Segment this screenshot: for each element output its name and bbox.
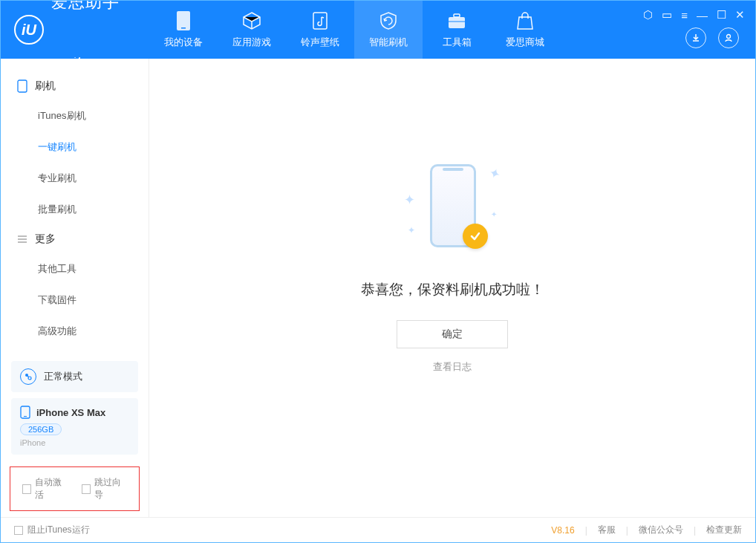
svg-rect-3: [449, 17, 465, 28]
tab-apps[interactable]: 应用游戏: [218, 1, 286, 59]
main-content: ✦ ✦ ✦ ✦ 恭喜您，保资料刷机成功啦！ 确定 查看日志: [149, 59, 755, 517]
header: iU 爱思助手 www.i4.cn 我的设备 应用游戏 铃声壁纸 智能刷机: [1, 1, 755, 59]
svg-rect-2: [313, 13, 327, 29]
version-label: V8.16: [551, 525, 574, 536]
note-icon[interactable]: ▭: [662, 8, 672, 22]
update-link[interactable]: 检查更新: [706, 524, 742, 536]
stop-itunes-checkbox[interactable]: 阻止iTunes运行: [14, 524, 90, 536]
svg-rect-15: [24, 416, 27, 417]
body: 刷机 iTunes刷机 一键刷机 专业刷机 批量刷机 更多 其他工具 下载固件 …: [1, 59, 755, 517]
list-icon: [17, 234, 27, 244]
sidebar-item-batch[interactable]: 批量刷机: [1, 194, 149, 225]
mode-label: 正常模式: [44, 370, 82, 383]
sidebar-item-other[interactable]: 其他工具: [1, 253, 149, 284]
sparkle-icon: ✦: [408, 225, 415, 235]
sidebar-item-download[interactable]: 下载固件: [1, 284, 149, 316]
sparkle-icon: ✦: [487, 164, 504, 183]
device-type: iPhone: [20, 438, 129, 447]
app-url: www.i4.cn: [51, 56, 120, 66]
logo: iU 爱思助手 www.i4.cn: [1, 0, 149, 66]
music-icon: [310, 10, 330, 31]
svg-rect-4: [454, 14, 460, 17]
window-controls: ⬡ ▭ ≡ — ☐ ✕: [643, 8, 745, 22]
sparkle-icon: ✦: [404, 192, 415, 208]
device-mode[interactable]: 正常模式: [11, 361, 138, 392]
device-name: iPhone XS Max: [36, 407, 105, 418]
briefcase-icon: [446, 10, 467, 31]
device-icon: [20, 406, 30, 419]
tab-flash[interactable]: 智能刷机: [354, 1, 423, 59]
menu-icon[interactable]: ≡: [681, 9, 688, 22]
app-name: 爱思助手: [51, 0, 120, 56]
device-capacity: 256GB: [20, 423, 62, 435]
app-window: iU 爱思助手 www.i4.cn 我的设备 应用游戏 铃声壁纸 智能刷机: [1, 1, 755, 542]
sidebar-group-more: 更多: [1, 225, 149, 253]
phone-icon: [173, 10, 194, 31]
refresh-shield-icon: [378, 10, 399, 31]
ok-button[interactable]: 确定: [397, 320, 508, 348]
shirt-icon[interactable]: ⬡: [643, 8, 653, 22]
success-badge-icon: [463, 224, 488, 249]
user-button[interactable]: [718, 27, 739, 48]
maximize-button[interactable]: ☐: [717, 8, 726, 22]
tab-toolbox[interactable]: 工具箱: [423, 1, 491, 59]
bag-icon: [515, 10, 535, 31]
tab-store[interactable]: 爱思商城: [491, 1, 559, 59]
sparkle-icon: ✦: [491, 210, 497, 218]
download-button[interactable]: [685, 27, 706, 48]
svg-rect-1: [181, 27, 186, 29]
phone-outline-icon: [17, 79, 27, 93]
minimize-button[interactable]: —: [697, 9, 708, 22]
mode-icon: [20, 368, 36, 385]
success-message: 恭喜您，保资料刷机成功啦！: [361, 280, 544, 299]
skip-guide-checkbox[interactable]: 跳过向导: [82, 476, 128, 501]
auto-activate-checkbox[interactable]: 自动激活: [22, 476, 68, 501]
sidebar-item-advanced[interactable]: 高级功能: [1, 316, 149, 347]
cube-icon: [241, 10, 262, 31]
logo-icon: iU: [14, 15, 44, 45]
service-link[interactable]: 客服: [598, 524, 616, 536]
wechat-link[interactable]: 微信公众号: [639, 524, 683, 536]
sidebar-item-onekey[interactable]: 一键刷机: [1, 131, 149, 163]
device-info[interactable]: iPhone XS Max 256GB iPhone: [11, 398, 138, 455]
sidebar: 刷机 iTunes刷机 一键刷机 专业刷机 批量刷机 更多 其他工具 下载固件 …: [1, 59, 149, 517]
svg-rect-7: [18, 80, 27, 92]
sidebar-group-flash: 刷机: [1, 72, 149, 100]
view-log-link[interactable]: 查看日志: [433, 360, 472, 374]
checkbox-row: 自动激活 跳过向导: [10, 466, 140, 511]
success-illustration: ✦ ✦ ✦ ✦: [408, 158, 497, 262]
tab-device[interactable]: 我的设备: [149, 1, 218, 59]
sidebar-item-pro[interactable]: 专业刷机: [1, 163, 149, 194]
header-actions: [685, 27, 739, 48]
svg-point-6: [727, 35, 731, 39]
footer: 阻止iTunes运行 V8.16 | 客服 | 微信公众号 | 检查更新: [1, 517, 755, 542]
close-button[interactable]: ✕: [735, 8, 745, 22]
tab-ring[interactable]: 铃声壁纸: [286, 1, 354, 59]
nav-tabs: 我的设备 应用游戏 铃声壁纸 智能刷机 工具箱 爱思商城: [149, 1, 559, 59]
sidebar-item-itunes[interactable]: iTunes刷机: [1, 100, 149, 131]
svg-line-13: [27, 376, 29, 377]
